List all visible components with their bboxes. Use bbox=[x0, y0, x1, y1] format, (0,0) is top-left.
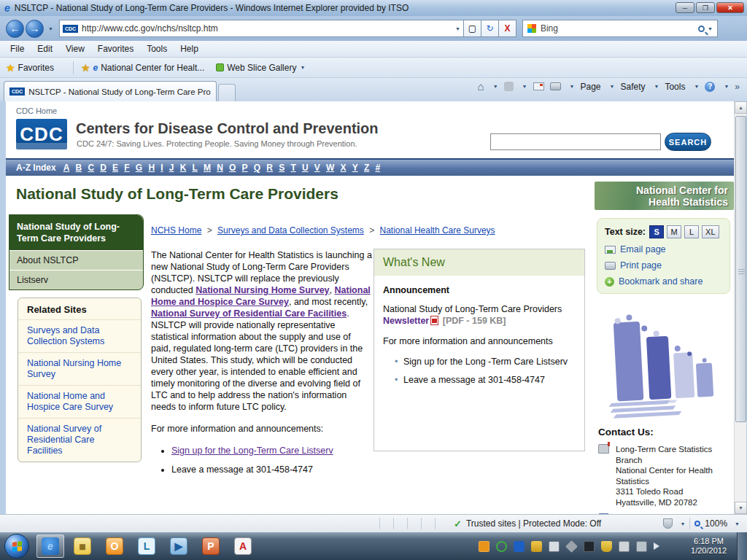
cdc-logo[interactable]: CDC bbox=[16, 119, 67, 149]
forward-button[interactable]: → bbox=[26, 20, 44, 38]
print-icon[interactable] bbox=[550, 82, 561, 90]
home-dropdown-icon[interactable]: ▼ bbox=[493, 84, 498, 89]
recent-pages-dropdown[interactable]: ▼ bbox=[48, 26, 53, 31]
tray-security-shield-icon[interactable] bbox=[601, 541, 612, 552]
print-dropdown-icon[interactable]: ▼ bbox=[570, 84, 575, 89]
web-slice-dropdown-icon[interactable]: ▼ bbox=[300, 65, 305, 70]
newsletter-link[interactable]: Newsletter bbox=[383, 316, 429, 326]
menu-item[interactable]: View bbox=[66, 44, 85, 54]
zoom-level[interactable]: 100% bbox=[705, 518, 727, 529]
listserv-signup-link[interactable]: Sign up for the Long-Term Care Listserv bbox=[171, 446, 333, 456]
left-nav-header[interactable]: National Study of Long-Term Care Provide… bbox=[9, 215, 143, 250]
tray-graphics-icon[interactable] bbox=[584, 541, 595, 552]
related-site-link[interactable]: National Survey of Residential Care Faci… bbox=[18, 418, 141, 462]
az-letter-link[interactable]: G bbox=[136, 163, 142, 173]
az-letter-link[interactable]: D bbox=[100, 163, 107, 173]
sidebar-item-about-nsltcp[interactable]: About NSLTCP bbox=[9, 250, 143, 270]
tray-network-icon[interactable] bbox=[636, 541, 647, 552]
taskbar-lync-button[interactable]: L bbox=[133, 534, 160, 558]
scroll-down-button[interactable]: ▼ bbox=[735, 502, 747, 514]
link-national-nursing-home-survey[interactable]: National Nursing Home Survey bbox=[196, 285, 329, 295]
compatibility-view-button[interactable]: ▢ bbox=[464, 20, 481, 37]
taskbar-clock[interactable]: 6:18 PM 1/20/2012 bbox=[691, 537, 727, 556]
tray-outlook-icon[interactable] bbox=[479, 541, 489, 552]
stop-button[interactable]: X bbox=[499, 20, 516, 37]
zoom-dropdown-icon[interactable]: ▼ bbox=[735, 521, 740, 526]
taskbar-ie-button[interactable]: e bbox=[36, 534, 64, 558]
tools-menu-button[interactable]: Tools bbox=[665, 82, 685, 92]
page-menu-button[interactable]: Page bbox=[580, 82, 600, 92]
az-letter-link[interactable]: S bbox=[279, 163, 285, 173]
az-letter-link[interactable]: X bbox=[341, 163, 347, 173]
safety-dropdown-icon[interactable]: ▼ bbox=[654, 84, 659, 89]
az-letter-link[interactable]: L bbox=[193, 163, 198, 173]
related-site-link[interactable]: National Home and Hospice Care Survey bbox=[18, 385, 141, 418]
status-dropdown-icon[interactable]: ▼ bbox=[680, 521, 685, 526]
zoom-icon[interactable] bbox=[694, 521, 700, 526]
tray-sync-icon[interactable] bbox=[496, 541, 507, 552]
menu-item[interactable]: Edit bbox=[37, 44, 53, 54]
menu-item[interactable]: File bbox=[10, 44, 24, 54]
close-button[interactable]: ✕ bbox=[716, 2, 744, 13]
az-letter-link[interactable]: A bbox=[63, 163, 70, 173]
read-mail-icon[interactable] bbox=[533, 82, 544, 90]
rss-feed-icon[interactable] bbox=[504, 82, 514, 91]
favorites-bar-link-webslice[interactable]: Web Slice Gallery ▼ bbox=[216, 63, 305, 73]
az-letter-link[interactable]: Q bbox=[254, 163, 260, 173]
site-search-input[interactable] bbox=[490, 133, 661, 150]
tray-bluetooth-icon[interactable] bbox=[514, 541, 525, 552]
text-size-s-button[interactable]: S bbox=[649, 225, 664, 238]
tools-dropdown-icon[interactable]: ▼ bbox=[694, 84, 699, 89]
breadcrumb-surveys[interactable]: Surveys and Data Collection Systems bbox=[217, 225, 364, 236]
cdc-home-link[interactable]: CDC Home bbox=[16, 106, 57, 115]
az-letter-link[interactable]: P bbox=[242, 163, 248, 173]
menu-item[interactable]: Favorites bbox=[98, 44, 133, 54]
az-letter-link[interactable]: M bbox=[204, 163, 211, 173]
taskbar-acrobat-button[interactable]: A bbox=[229, 534, 257, 558]
text-size-m-button[interactable]: M bbox=[667, 225, 681, 238]
help-icon[interactable]: ? bbox=[705, 82, 715, 92]
search-options-dropdown[interactable]: ▼ bbox=[708, 26, 713, 31]
start-button[interactable] bbox=[4, 534, 29, 559]
az-letter-link[interactable]: N bbox=[217, 163, 223, 173]
email-page-link[interactable]: Email page bbox=[620, 244, 666, 254]
rss-dropdown-icon[interactable]: ▼ bbox=[522, 84, 527, 89]
protected-mode-icon[interactable] bbox=[663, 518, 673, 529]
address-bar[interactable]: CDC ▼ bbox=[59, 20, 464, 37]
search-box[interactable]: Bing ▼ bbox=[522, 20, 718, 37]
tray-lock-icon[interactable] bbox=[531, 541, 542, 552]
taskbar-powerpoint-button[interactable]: P bbox=[197, 534, 225, 558]
az-letter-link[interactable]: T bbox=[290, 163, 295, 173]
tray-volume-icon[interactable] bbox=[654, 542, 659, 550]
back-button[interactable]: ← bbox=[6, 20, 24, 38]
breadcrumb-nchs-home[interactable]: NCHS Home bbox=[151, 225, 201, 236]
az-letter-link[interactable]: R bbox=[266, 163, 273, 173]
restore-button[interactable]: ❐ bbox=[696, 2, 715, 13]
breadcrumb-nhcs[interactable]: National Health Care Surveys bbox=[380, 225, 495, 236]
menu-item[interactable]: Help bbox=[180, 44, 198, 54]
scroll-up-button[interactable]: ▲ bbox=[735, 101, 747, 114]
url-dropdown-icon[interactable]: ▼ bbox=[455, 26, 460, 31]
az-letter-link[interactable]: F bbox=[124, 163, 129, 173]
az-letter-link[interactable]: # bbox=[375, 163, 380, 173]
add-favorite-icon[interactable]: ★ bbox=[81, 62, 90, 74]
az-letter-link[interactable]: Y bbox=[352, 163, 358, 173]
print-page-link[interactable]: Print page bbox=[620, 260, 662, 271]
home-icon[interactable]: ⌂ bbox=[478, 80, 484, 93]
az-letter-link[interactable]: B bbox=[76, 163, 82, 173]
related-site-link[interactable]: Surveys and Data Collection Systems bbox=[18, 319, 141, 352]
favorites-button[interactable]: ★ Favorites bbox=[6, 62, 54, 74]
taskbar-media-player-button[interactable]: ▶ bbox=[165, 534, 193, 558]
taskbar-outlook-button[interactable]: O bbox=[101, 534, 128, 558]
new-tab-button[interactable] bbox=[218, 84, 236, 101]
tray-diamond-icon[interactable] bbox=[565, 540, 578, 553]
az-letter-link[interactable]: J bbox=[169, 163, 174, 173]
command-overflow-chevron[interactable]: » bbox=[735, 82, 740, 92]
az-letter-link[interactable]: W bbox=[326, 163, 334, 173]
az-letter-link[interactable]: O bbox=[229, 163, 236, 173]
az-letter-link[interactable]: E bbox=[112, 163, 118, 173]
site-search-button[interactable]: SEARCH bbox=[665, 133, 711, 151]
refresh-button[interactable]: ↻ bbox=[481, 20, 499, 37]
az-letter-link[interactable]: V bbox=[314, 163, 320, 173]
text-size-xl-button[interactable]: XL bbox=[702, 225, 719, 238]
